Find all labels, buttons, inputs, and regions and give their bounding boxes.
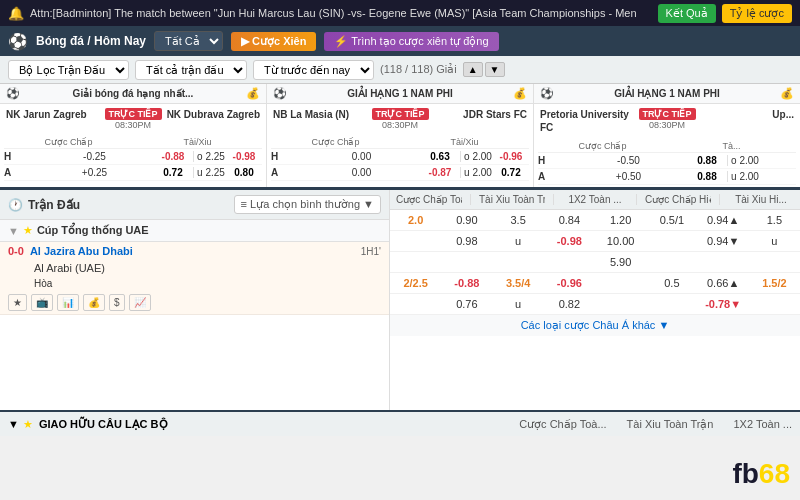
odds-val2-1-0[interactable]: -0.98 — [226, 151, 262, 162]
ou-label-3-0: o 2.00 — [730, 155, 760, 166]
ou-label-3-1: u 2.00 — [730, 171, 760, 182]
cell-0-cch2[interactable]: 0.94▲ — [698, 212, 749, 228]
cell-1-tx2[interactable]: -0.98 — [544, 233, 595, 249]
team-away-2: JDR Stars FC — [433, 108, 528, 121]
cell-4-tx2[interactable]: 0.82 — [544, 296, 595, 312]
cell-0-txi[interactable]: 1.5 — [749, 212, 800, 228]
card-teams-3: Pretoria University FC TRỰC TIẾP 08:30PM… — [534, 104, 800, 138]
cell-4-cc2[interactable]: 0.76 — [441, 296, 492, 312]
odds-handicap-1-0: -0.25 — [34, 151, 155, 162]
cell-4-cch2[interactable]: -0.78▼ — [698, 296, 749, 312]
star-button[interactable]: ★ — [8, 294, 27, 311]
cell-2-cc1 — [390, 260, 441, 264]
cuoc-xien-button[interactable]: ▶ Cược Xiên — [231, 32, 316, 51]
cell-0-x12[interactable]: 1.20 — [595, 212, 646, 228]
odds-val1-1-1[interactable]: 0.72 — [155, 167, 191, 178]
filter-tran-dau[interactable]: Bộ Lọc Trận Đấu — [8, 60, 129, 80]
odds-row-2-1: A 0.00 -0.87 u 2.00 0.72 — [271, 165, 529, 181]
cell-0-tx1[interactable]: 3.5 — [493, 212, 544, 228]
odds-handicap-1-1: +0.25 — [34, 167, 155, 178]
comp-star-icon[interactable]: ★ — [23, 224, 33, 237]
cell-1-x12[interactable]: 10.00 — [595, 233, 646, 249]
cell-0-cch1[interactable]: 0.5/1 — [646, 212, 697, 228]
live-badge-1: TRỰC TIẾP — [105, 108, 162, 120]
match-row: 0-0 Al Jazira Abu Dhabi 1H 1' Al Arabi (… — [0, 242, 389, 315]
tao-cuoc-button[interactable]: ⚡ Trình tạo cược xiên tự động — [324, 32, 498, 51]
odds-val1-3-1[interactable]: 0.88 — [689, 171, 725, 182]
match-minute: 1' — [374, 246, 381, 257]
ket-qua-button[interactable]: Kết Quả — [658, 4, 716, 23]
live-badge-3: TRỰC TIẾP — [639, 108, 696, 120]
date-filter-select[interactable]: Tất Cả — [154, 31, 223, 51]
odds-val2-1-1[interactable]: 0.80 — [226, 167, 262, 178]
filter-tat-ca[interactable]: Tất cả trận đấu — [135, 60, 247, 80]
view-select-button[interactable]: ≡ Lựa chọn bình thường ▼ — [234, 195, 381, 214]
cell-3-cc1[interactable]: 2/2.5 — [390, 275, 441, 291]
odds-val2-2-0[interactable]: -0.96 — [493, 151, 529, 162]
divider-1-0 — [193, 151, 194, 162]
left-panel: 🕐 Trận Đấu ≡ Lựa chọn bình thường ▼ ▼ ★ … — [0, 190, 390, 410]
odds-handicap-3-0: -0.50 — [568, 155, 689, 166]
tai-xiu-label-2: Tài/Xiu — [400, 137, 529, 147]
cell-3-cc2[interactable]: -0.88 — [441, 275, 492, 291]
team-vs-1: TRỰC TIẾP 08:30PM — [105, 108, 162, 130]
footer-chevron[interactable]: ▼ — [8, 418, 19, 430]
odds-val1-2-0[interactable]: 0.63 — [422, 151, 458, 162]
cell-1-cch1[interactable] — [646, 239, 697, 243]
team-away-live[interactable]: Al Arabi (UAE) — [34, 262, 381, 274]
money-button[interactable]: 💰 — [83, 294, 105, 311]
ou-label-2-0: o 2.00 — [463, 151, 493, 162]
cell-4-cch1 — [646, 302, 697, 306]
more-bets-button[interactable]: Các loại cược Châu Á khác ▼ — [390, 315, 800, 336]
footer-star[interactable]: ★ — [23, 418, 33, 431]
cuoc-chap-label-2: Cược Chấp — [271, 137, 400, 147]
filter-tu-truoc[interactable]: Từ trước đến nay — [253, 60, 374, 80]
cell-0-cc1[interactable]: 2.0 — [390, 212, 441, 228]
cell-0-tx2[interactable]: 0.84 — [544, 212, 595, 228]
chart-button[interactable]: 📈 — [129, 294, 151, 311]
card-odds-2: Cược Chấp Tài/Xiu H 0.00 0.63 o 2.00 -0.… — [267, 134, 533, 183]
left-panel-title-container: 🕐 Trận Đấu — [8, 198, 80, 212]
ty-le-button[interactable]: Tỷ lệ cược — [722, 4, 792, 23]
bottom-section: 🕐 Trận Đấu ≡ Lựa chọn bình thường ▼ ▼ ★ … — [0, 190, 800, 410]
team-home-2: NB La Masia (N) — [273, 108, 368, 121]
arrow-up-button[interactable]: ▲ — [463, 62, 483, 77]
left-panel-header: 🕐 Trận Đấu ≡ Lựa chọn bình thường ▼ — [0, 190, 389, 220]
cell-3-txi[interactable]: 1.5/2 — [749, 275, 800, 291]
odds-val1-3-0[interactable]: 0.88 — [689, 155, 725, 166]
team-home-1: NK Jarun Zagreb — [6, 108, 101, 121]
live-badge-2: TRỰC TIẾP — [372, 108, 429, 120]
odds-table-row-0: 2.0 0.90 3.5 0.84 1.20 0.5/1 0.94▲ 1.5 — [390, 210, 800, 231]
match-time-1: 08:30PM — [105, 120, 162, 130]
tv-button[interactable]: 📺 — [31, 294, 53, 311]
left-panel-title-text: Trận Đấu — [28, 198, 80, 212]
cell-4-tx1[interactable]: u — [493, 296, 544, 312]
cell-1-txi[interactable]: u — [749, 233, 800, 249]
cell-1-tx1[interactable]: u — [493, 233, 544, 249]
cell-3-tx1[interactable]: 3.5/4 — [493, 275, 544, 291]
sep-4 — [719, 194, 720, 205]
cell-1-cc1[interactable] — [390, 239, 441, 243]
odds-val1-1-0[interactable]: -0.88 — [155, 151, 191, 162]
odds-type-H-3: H — [538, 155, 568, 166]
sep-2 — [553, 194, 554, 205]
cell-3-cch2[interactable]: 0.66▲ — [698, 275, 749, 291]
card-odds-3: Cược Chấp Tà... H -0.50 0.88 o 2.00 A +0… — [534, 138, 800, 187]
cell-1-cch2[interactable]: 0.94▼ — [698, 233, 749, 249]
stats-button[interactable]: 📊 — [57, 294, 79, 311]
cell-3-tx2[interactable]: -0.96 — [544, 275, 595, 291]
cell-1-cc2[interactable]: 0.98 — [441, 233, 492, 249]
cell-3-cch1[interactable]: 0.5 — [646, 275, 697, 291]
team-home-live[interactable]: Al Jazira Abu Dhabi — [30, 245, 361, 257]
odds-type-H-1: H — [4, 151, 34, 162]
cell-2-x12[interactable]: 5.90 — [595, 254, 646, 270]
arrow-down-button[interactable]: ▼ — [485, 62, 505, 77]
odds-val2-2-1[interactable]: 0.72 — [493, 167, 529, 178]
cell-0-cc2[interactable]: 0.90 — [441, 212, 492, 228]
odds-val1-2-1[interactable]: -0.87 — [422, 167, 458, 178]
cell-2-cch2 — [698, 260, 749, 264]
dollar-button[interactable]: $ — [109, 294, 125, 311]
comp-chevron-icon[interactable]: ▼ — [8, 225, 19, 237]
right-panel-header: Cược Chấp Toà... Tài Xiu Toàn Trận 1X2 T… — [390, 190, 800, 210]
filter-count: (118 / 118) Giải — [380, 63, 457, 76]
